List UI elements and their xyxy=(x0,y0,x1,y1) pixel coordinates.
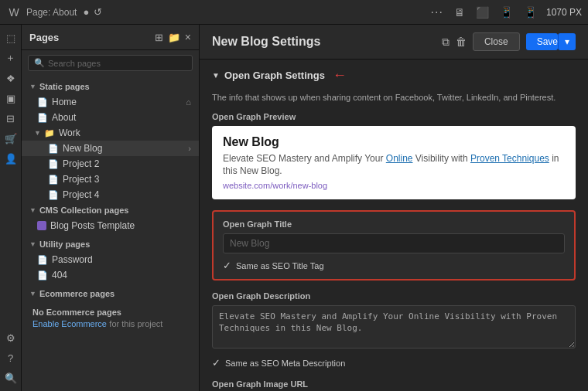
search-nav-icon[interactable]: 🔍 xyxy=(2,369,19,386)
page-item-project3[interactable]: 📄 Project 3 xyxy=(22,172,199,187)
arrow-icon: › xyxy=(188,144,191,153)
og-desc-check-icon: ✓ xyxy=(212,357,220,369)
page-item-about[interactable]: 📄 About xyxy=(22,110,199,125)
page-item-project2[interactable]: 📄 Project 2 xyxy=(22,156,199,172)
ecommerce-desc: for this project xyxy=(109,319,162,328)
static-caret: ▼ xyxy=(29,83,36,90)
duplicate-icon[interactable]: ⧉ xyxy=(442,36,450,49)
main-layout: ⬚ ＋ ❖ ▣ ⊟ 🛒 👤 ⚙ ? 🔍 Pages ⊞ 📁 × 🔍 ▼ xyxy=(0,25,588,391)
assets-icon[interactable]: ▣ xyxy=(2,90,19,107)
page-icon: 📄 xyxy=(48,175,59,185)
cms-section-label: CMS Collection pages xyxy=(39,206,129,215)
og-desc-checkbox-label: Same as SEO Meta Description xyxy=(225,359,345,368)
cms-section[interactable]: ▼ CMS Collection pages xyxy=(22,202,199,218)
cms-icon[interactable]: ⊟ xyxy=(2,110,19,127)
page-icon: 📄 xyxy=(37,255,48,265)
users-icon[interactable]: 👤 xyxy=(2,150,19,167)
work-label: Work xyxy=(59,128,80,138)
pages-icon[interactable]: ⬚ xyxy=(2,29,19,46)
ecommerce-section[interactable]: ▼ Ecommerce pages xyxy=(22,286,199,301)
work-caret: ▼ xyxy=(34,129,41,137)
help-icon[interactable]: ? xyxy=(2,349,19,366)
og-title-label: Open Graph Title xyxy=(223,219,565,229)
og-preview-desc: Elevate SEO Mastery and Amplify Your Onl… xyxy=(223,152,565,178)
home-icon: ⌂ xyxy=(186,97,191,107)
content-header: New Blog Settings ⧉ 🗑 Close Save ▾ xyxy=(200,25,588,60)
search-input[interactable] xyxy=(48,59,186,68)
page-label-about: About xyxy=(52,112,191,123)
page-label-home: Home xyxy=(52,97,186,107)
add-icon[interactable]: ＋ xyxy=(2,49,19,66)
trash-icon[interactable]: 🗑 xyxy=(456,36,467,48)
more-options-icon[interactable]: ··· xyxy=(431,5,443,19)
view-icons: 🖥 ⬛ 📱 📱 xyxy=(451,5,540,20)
components-icon[interactable]: ❖ xyxy=(2,70,19,87)
red-arrow-icon: ← xyxy=(333,67,347,83)
refresh-icon[interactable]: ↺ xyxy=(94,6,102,18)
folder-work[interactable]: ▼ 📁 Work xyxy=(22,125,199,141)
og-preview-label: Open Graph Preview xyxy=(212,112,576,121)
page-item-404[interactable]: 📄 404 xyxy=(22,267,199,283)
save-dropdown-button[interactable]: ▾ xyxy=(558,33,576,50)
page-icon: 📄 xyxy=(37,97,48,107)
close-panel-icon[interactable]: × xyxy=(185,31,191,43)
ecommerce-icon[interactable]: 🛒 xyxy=(2,130,19,147)
og-description: The info that shows up when sharing cont… xyxy=(212,91,576,104)
search-icon: 🔍 xyxy=(34,58,45,68)
og-section-title: Open Graph Settings xyxy=(224,70,325,81)
circle-icon[interactable]: ● xyxy=(83,6,89,18)
pages-header: Pages ⊞ 📁 × xyxy=(22,25,199,50)
page-label-project2: Project 2 xyxy=(63,158,191,169)
page-item-home[interactable]: 📄 Home ⌂ xyxy=(22,94,199,110)
utility-section[interactable]: ▼ Utility pages xyxy=(22,236,199,252)
pages-list: ▼ Static pages 📄 Home ⌂ 📄 About ▼ 📁 Work… xyxy=(22,76,199,391)
og-desc-checkbox-row: ✓ Same as SEO Meta Description xyxy=(212,357,576,369)
og-section-header[interactable]: ▼ Open Graph Settings ← xyxy=(200,60,588,91)
page-item-new-blog[interactable]: 📄 New Blog › xyxy=(22,141,199,156)
search-box: 🔍 xyxy=(28,55,193,71)
page-label-blog-template: Blog Posts Template xyxy=(50,220,191,231)
header-actions: ⧉ 🗑 Close Save ▾ xyxy=(442,32,576,51)
og-title-section: Open Graph Title ✓ Same as SEO Title Tag xyxy=(212,210,576,280)
topbar: W Page: About ● ↺ ··· 🖥 ⬛ 📱 📱 1070 PX xyxy=(0,0,588,25)
save-button[interactable]: Save xyxy=(526,33,558,50)
page-icon: 📄 xyxy=(37,270,48,280)
mobile-icon[interactable]: 📱 xyxy=(497,5,516,20)
og-desc-section: Open Graph Description Elevate SEO Maste… xyxy=(212,291,576,369)
og-title-input[interactable] xyxy=(223,233,565,253)
og-desc-textarea[interactable]: Elevate SEO Mastery and Amplify Your Onl… xyxy=(212,305,576,348)
og-image-section: Open Graph Image URL Make sure your imag… xyxy=(212,379,576,391)
tablet-icon[interactable]: ⬛ xyxy=(473,5,492,20)
add-page-icon[interactable]: ⊞ xyxy=(155,32,163,43)
ecommerce-enable-row: Enable Ecommerce for this project xyxy=(32,318,188,329)
ecommerce-caret: ▼ xyxy=(29,290,36,298)
page-item-password[interactable]: 📄 Password xyxy=(22,252,199,267)
page-icon: 📄 xyxy=(37,113,48,123)
desktop-icon[interactable]: 🖥 xyxy=(451,5,468,20)
close-button[interactable]: Close xyxy=(473,32,520,51)
ecommerce-enable-link[interactable]: Enable Ecommerce xyxy=(32,319,107,328)
folder-icon[interactable]: 📁 xyxy=(168,32,180,43)
pages-panel: Pages ⊞ 📁 × 🔍 ▼ Static pages 📄 Home ⌂ xyxy=(22,25,200,391)
og-caret: ▼ xyxy=(212,71,220,80)
settings-icon[interactable]: ⚙ xyxy=(2,329,19,346)
page-label-password: Password xyxy=(52,254,191,265)
og-title-checkbox-row: ✓ Same as SEO Title Tag xyxy=(223,260,565,271)
page-label-project4: Project 4 xyxy=(63,189,191,200)
webflow-logo: W xyxy=(6,5,22,20)
px-value: 1070 PX xyxy=(546,7,582,18)
static-pages-label: Static pages xyxy=(39,82,90,91)
phone-icon[interactable]: 📱 xyxy=(521,5,540,20)
page-item-project4[interactable]: 📄 Project 4 xyxy=(22,187,199,202)
og-preview-link: website.com/work/new-blog xyxy=(223,181,565,190)
page-label: Page: About xyxy=(26,7,77,18)
utility-caret: ▼ xyxy=(29,240,36,248)
pages-title: Pages xyxy=(29,32,155,43)
static-pages-section[interactable]: ▼ Static pages xyxy=(22,79,199,94)
content-panel: New Blog Settings ⧉ 🗑 Close Save ▾ ▼ Ope… xyxy=(200,25,588,391)
og-title-check-icon: ✓ xyxy=(223,260,231,271)
og-preview-box: New Blog Elevate SEO Mastery and Amplify… xyxy=(212,126,576,200)
og-image-label: Open Graph Image URL xyxy=(212,379,576,389)
page-item-blog-template[interactable]: Blog Posts Template xyxy=(22,218,199,233)
content-title: New Blog Settings xyxy=(212,35,442,49)
